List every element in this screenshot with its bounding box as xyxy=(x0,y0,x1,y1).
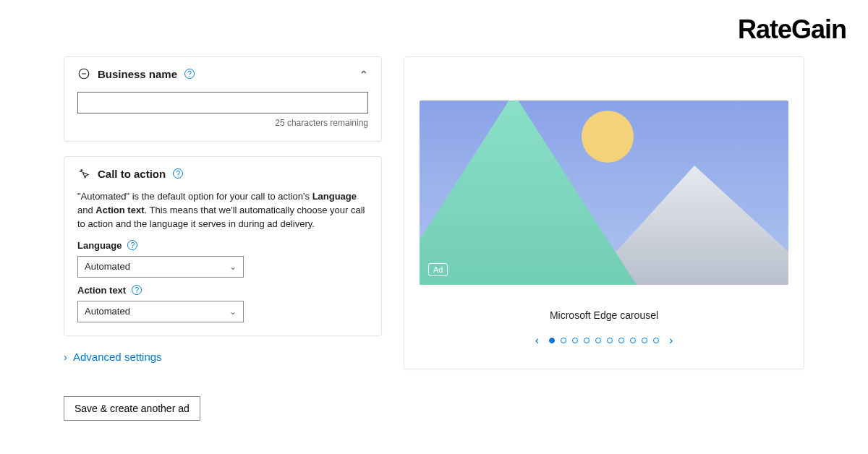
business-name-icon xyxy=(77,67,90,80)
business-name-title: Business name xyxy=(98,68,177,80)
business-name-card: Business name ? ⌃ 25 characters remainin… xyxy=(64,56,382,142)
action-text-value: Automated xyxy=(85,306,130,317)
cta-title: Call to action xyxy=(98,168,166,180)
action-text-select[interactable]: Automated ⌄ xyxy=(77,301,244,322)
svg-point-3 xyxy=(582,111,634,163)
cursor-click-icon xyxy=(77,167,90,180)
carousel-dot[interactable] xyxy=(630,338,636,343)
ad-badge: Ad xyxy=(428,263,448,276)
save-create-another-button[interactable]: Save & create another ad xyxy=(64,396,200,421)
help-icon[interactable]: ? xyxy=(132,285,142,295)
carousel-dot[interactable] xyxy=(618,338,624,343)
carousel-dot[interactable] xyxy=(561,338,566,343)
carousel-dot[interactable] xyxy=(572,338,578,343)
action-text-label: Action text ? xyxy=(77,285,368,296)
call-to-action-card: Call to action ? "Automated" is the defa… xyxy=(64,156,382,336)
preview-caption: Microsoft Edge carousel xyxy=(404,309,804,321)
business-name-header[interactable]: Business name ? ⌃ xyxy=(77,67,368,80)
carousel-nav: ‹ › xyxy=(404,334,804,347)
carousel-dot[interactable] xyxy=(595,338,601,343)
cta-description: "Automated" is the default option for yo… xyxy=(77,190,368,231)
carousel-prev-button[interactable]: ‹ xyxy=(531,334,543,347)
language-select[interactable]: Automated ⌄ xyxy=(77,256,244,278)
carousel-dot[interactable] xyxy=(549,338,555,343)
chevron-down-icon: ⌄ xyxy=(229,262,237,272)
business-name-input[interactable] xyxy=(77,92,368,113)
preview-panel: Ad Microsoft Edge carousel ‹ › xyxy=(404,56,804,369)
ad-preview-image: Ad xyxy=(420,100,788,285)
chevron-right-icon: › xyxy=(64,351,67,363)
help-icon[interactable]: ? xyxy=(127,240,137,250)
carousel-dot[interactable] xyxy=(584,338,590,343)
carousel-dot[interactable] xyxy=(642,338,647,343)
language-value: Automated xyxy=(85,261,130,272)
chevron-down-icon: ⌄ xyxy=(229,307,237,317)
form-column: Business name ? ⌃ 25 characters remainin… xyxy=(64,56,382,363)
help-icon[interactable]: ? xyxy=(184,69,195,79)
carousel-dot[interactable] xyxy=(653,338,659,343)
language-label: Language ? xyxy=(77,240,368,251)
char-remaining-label: 25 characters remaining xyxy=(77,118,368,128)
carousel-next-button[interactable]: › xyxy=(665,334,677,347)
carousel-dot[interactable] xyxy=(607,338,613,343)
brand-logo: RateGain xyxy=(738,14,846,45)
help-icon[interactable]: ? xyxy=(173,168,183,179)
chevron-up-icon[interactable]: ⌃ xyxy=(359,69,368,80)
advanced-settings-link[interactable]: › Advanced settings xyxy=(64,351,382,363)
cta-header: Call to action ? xyxy=(77,167,368,180)
